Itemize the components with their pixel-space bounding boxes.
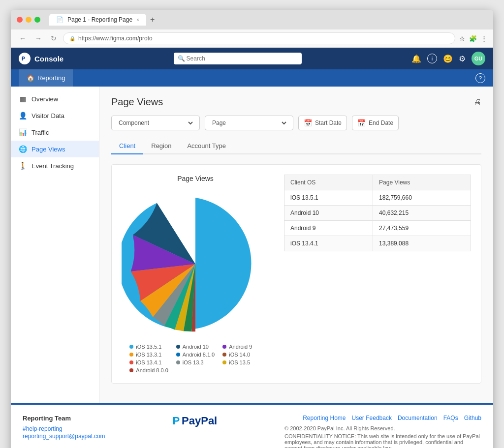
browser-tab-active[interactable]: 📄 Page 1 - Reporting Page ×	[49, 14, 146, 26]
bell-icon[interactable]: 🔔	[411, 54, 421, 63]
legend-item-5: iOS 14.0	[222, 352, 261, 358]
legend-label-6: iOS 13.4.1	[136, 359, 161, 365]
pie-chart	[122, 190, 269, 338]
sidebar-item-visitor-data[interactable]: 👤 Visitor Data	[11, 107, 99, 124]
overview-icon: ▦	[19, 95, 27, 103]
page-title: Page Views	[111, 96, 163, 108]
legend-dot-7	[176, 360, 180, 364]
bookmark-icon[interactable]: ☆	[459, 35, 465, 42]
legend-dot-2	[222, 345, 226, 349]
tab-account-type[interactable]: Account Type	[179, 138, 234, 154]
home-icon: 🏠	[27, 74, 34, 82]
visitor-icon: 👤	[19, 112, 27, 119]
legend-item-8: iOS 13.5	[222, 359, 261, 365]
table-cell-views-2: 27,473,559	[373, 221, 471, 236]
search-container: 🔍	[174, 53, 302, 64]
back-button[interactable]: ←	[17, 33, 29, 43]
forward-button[interactable]: →	[32, 33, 44, 43]
footer-nav-user-feedback[interactable]: User Feedback	[352, 415, 392, 421]
legend-item-0: iOS 13.5.1	[129, 344, 168, 350]
end-date-label: End Date	[369, 119, 393, 126]
table-cell-views-1: 40,632,215	[373, 206, 471, 221]
tabs-row: Client Region Account Type	[111, 138, 481, 154]
app-body: ▦ Overview 👤 Visitor Data 📊 Traffic 🌐 Pa…	[11, 87, 493, 403]
avatar[interactable]: GU	[472, 52, 485, 65]
extensions-icon[interactable]: 🧩	[469, 35, 477, 42]
browser-titlebar: 📄 Page 1 - Reporting Page × +	[11, 10, 493, 30]
footer-left: Reporting Team #help-reporting reporting…	[23, 415, 105, 440]
legend-item-6: iOS 13.4.1	[129, 359, 168, 365]
sidebar-item-traffic[interactable]: 📊 Traffic	[11, 124, 99, 141]
legend-label-2: Android 9	[229, 344, 252, 350]
calendar-start-icon: 📅	[304, 119, 312, 127]
table-cell-views-3: 13,389,088	[373, 236, 471, 251]
legend-label-1: Android 10	[183, 344, 209, 350]
address-bar[interactable]: 🔒 https://www.figma.com/proto	[63, 32, 455, 44]
tab-client[interactable]: Client	[111, 138, 143, 154]
nav-item-reporting[interactable]: 🏠 Reporting	[19, 69, 73, 87]
print-icon[interactable]: 🖨	[473, 98, 481, 107]
sidebar-item-visitor-label: Visitor Data	[32, 112, 64, 119]
tab-region[interactable]: Region	[143, 138, 179, 154]
footer-nav-github[interactable]: Github	[464, 415, 481, 421]
component-select[interactable]: Component	[117, 119, 194, 127]
info-icon[interactable]: i	[427, 54, 437, 63]
footer-nav-documentation[interactable]: Documentation	[398, 415, 438, 421]
footer-nav-faqs[interactable]: FAQs	[443, 415, 458, 421]
component-filter[interactable]: Component	[111, 116, 200, 130]
traffic-icon: 📊	[19, 128, 27, 136]
browser-dots	[17, 17, 40, 23]
search-input[interactable]	[174, 53, 302, 64]
legend-item-1: Android 10	[176, 344, 215, 350]
legend-dot-1	[176, 345, 180, 349]
sidebar-item-overview[interactable]: ▦ Overview	[11, 90, 99, 107]
close-dot[interactable]	[17, 17, 23, 23]
table-row: Android 10 40,632,215	[284, 206, 471, 221]
footer-confidentiality: CONFIDENTIALITY NOTICE: This web site is…	[284, 433, 481, 448]
nav-items: 🏠 Reporting	[19, 69, 73, 87]
footer-help-link[interactable]: #help-reporting	[23, 425, 63, 432]
reload-button[interactable]: ↻	[48, 33, 59, 43]
browser-tab-close[interactable]: ×	[136, 17, 139, 23]
browser-tabs: 📄 Page 1 - Reporting Page × +	[49, 14, 158, 26]
legend-dot-9	[129, 368, 133, 372]
page-filter[interactable]: Page	[205, 116, 293, 130]
legend-label-0: iOS 13.5.1	[136, 344, 161, 350]
chart-title: Page Views	[177, 175, 214, 182]
legend-dot-3	[129, 353, 133, 357]
emoji-icon[interactable]: 😊	[443, 54, 453, 63]
end-date-filter[interactable]: 📅 End Date	[352, 116, 399, 130]
nav-help-icon[interactable]: ?	[475, 73, 485, 83]
table-cell-os-2: Android 9	[284, 221, 373, 236]
settings-icon[interactable]: ⚙	[459, 54, 466, 63]
minimize-dot[interactable]	[26, 17, 32, 23]
sidebar-item-page-views-label: Page Views	[32, 146, 65, 153]
legend-dot-4	[176, 353, 180, 357]
sidebar-item-event-tracking-label: Event Tracking	[32, 162, 74, 170]
page-select[interactable]: Page	[210, 119, 288, 127]
legend-item-9: Android 8.0.0	[129, 367, 168, 373]
svg-text:P: P	[22, 56, 25, 61]
sidebar-item-page-views[interactable]: 🌐 Page Views	[11, 141, 99, 157]
chart-legend: iOS 13.5.1 Android 10 Android 9	[129, 344, 261, 373]
sidebar-item-event-tracking[interactable]: 🚶 Event Tracking	[11, 157, 99, 174]
footer-nav-reporting-home[interactable]: Reporting Home	[303, 415, 346, 421]
table-row: iOS 13.5.1 182,759,660	[284, 190, 471, 206]
legend-item-7: iOS 13.3	[176, 359, 215, 365]
calendar-end-icon: 📅	[357, 119, 366, 127]
menu-icon[interactable]: ⋮	[481, 35, 487, 42]
data-table: Client OS Page Views iOS 13.5.1 182,759,…	[284, 175, 471, 251]
table-cell-os-1: Android 10	[284, 206, 373, 221]
legend-item-4: Android 8.1.0	[176, 352, 215, 358]
new-tab-button[interactable]: +	[146, 15, 158, 24]
app-header: P Console 🔍 🔔 i 😊 ⚙ GU	[11, 48, 493, 69]
footer-email[interactable]: reporting_support@paypal.com	[23, 433, 105, 440]
app-name: Console	[34, 55, 63, 63]
browser-navbar: ← → ↻ 🔒 https://www.figma.com/proto ☆ 🧩 …	[11, 30, 493, 48]
footer-nav: Reporting Home User Feedback Documentati…	[284, 415, 481, 421]
maximize-dot[interactable]	[34, 17, 40, 23]
app-logo: P Console	[19, 53, 63, 64]
table-cell-views-0: 182,759,660	[373, 190, 471, 206]
footer-copyright: © 2002-2020 PayPal Inc. All Rights Reser…	[284, 425, 481, 448]
start-date-filter[interactable]: 📅 Start Date	[298, 116, 347, 130]
